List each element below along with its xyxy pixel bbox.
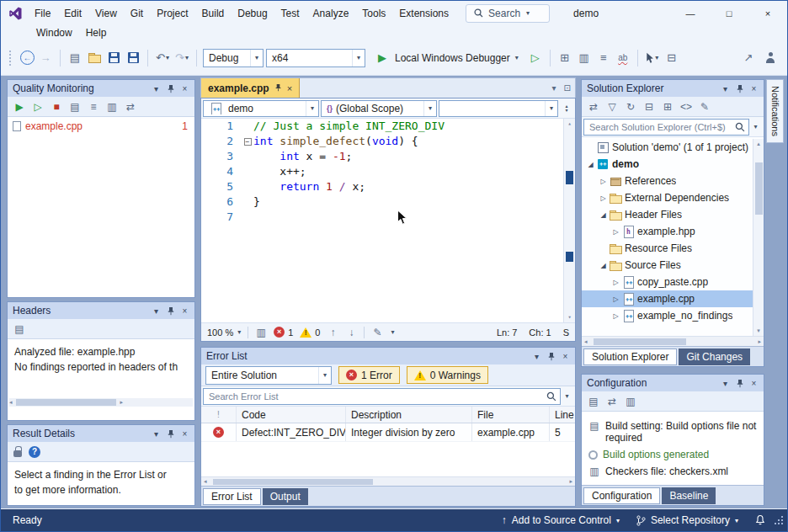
analyze-all-icon[interactable]: ▷: [32, 101, 44, 113]
active-files-dropdown-icon[interactable]: ▾: [552, 83, 556, 93]
close-icon[interactable]: ×: [747, 82, 761, 95]
refresh-icon[interactable]: ↻: [625, 101, 636, 113]
window-position-icon[interactable]: ▾: [149, 82, 163, 95]
tab-close-icon[interactable]: ×: [287, 83, 292, 93]
scrollbar-thumb[interactable]: [16, 399, 117, 406]
menu-test[interactable]: Test: [274, 5, 306, 22]
warnings-filter-button[interactable]: 0 Warnings: [407, 366, 488, 384]
menu-extensions[interactable]: Extensions: [392, 5, 455, 22]
menu-tools[interactable]: Tools: [355, 5, 392, 22]
zoom-select[interactable]: 100 % ▾: [207, 327, 241, 338]
tree-closed-arrow-icon[interactable]: ▷: [598, 194, 609, 202]
member-dropdown[interactable]: ▾: [439, 100, 558, 117]
error-row[interactable]: ×Defect:INT_ZERO_DIVInteger division by …: [201, 423, 575, 442]
collapse-region-icon[interactable]: ⊟: [663, 49, 680, 67]
solution-explorer-search-input[interactable]: [584, 122, 748, 132]
sync-results-icon[interactable]: ⇄: [125, 101, 136, 113]
code-text[interactable]: }: [253, 194, 260, 210]
line-column-header[interactable]: Line: [550, 407, 575, 423]
scroll-right-icon[interactable]: ▸: [569, 478, 572, 485]
export-configuration-icon[interactable]: ▥: [625, 396, 636, 407]
new-file-icon[interactable]: ▤: [67, 49, 83, 67]
sync-with-active-document-icon[interactable]: ⇄: [588, 101, 599, 113]
tab-output[interactable]: Output: [263, 488, 308, 505]
file-column-header[interactable]: File: [472, 407, 550, 423]
tab-baseline[interactable]: Baseline: [662, 487, 716, 504]
tab-git-changes[interactable]: Git Changes: [679, 348, 750, 365]
tree-item[interactable]: Solution 'demo' (1 of 1 project): [582, 139, 764, 156]
maximize-button[interactable]: □: [710, 1, 748, 25]
filter-icon[interactable]: ▽: [606, 101, 618, 113]
close-icon[interactable]: ×: [178, 427, 192, 440]
menu-edit[interactable]: Edit: [57, 5, 88, 22]
horizontal-scrollbar[interactable]: ◂ ▸: [582, 336, 764, 346]
previous-issue-icon[interactable]: ↑: [327, 327, 338, 338]
menu-git[interactable]: Git: [124, 5, 150, 22]
window-position-icon[interactable]: ▾: [718, 376, 732, 390]
import-configuration-icon[interactable]: ▤: [588, 396, 599, 407]
editor-options-icon[interactable]: ⊡: [564, 83, 571, 93]
tree-item[interactable]: ▷example.cpp: [582, 290, 764, 307]
window-position-icon[interactable]: ▾: [149, 427, 163, 440]
tree-item[interactable]: ▷example.hpp: [582, 223, 764, 240]
window-position-icon[interactable]: ▾: [149, 304, 163, 317]
tree-open-arrow-icon[interactable]: ◢: [585, 161, 596, 168]
code-text[interactable]: return 1 / x;: [253, 179, 365, 194]
add-to-source-control-button[interactable]: ↑ Add to Source Control ▾: [493, 509, 628, 531]
window-position-icon[interactable]: ▾: [530, 349, 544, 363]
analyzed-file-icon[interactable]: ▤: [13, 323, 25, 335]
menu-window[interactable]: Window: [29, 24, 79, 41]
tree-item[interactable]: ▷copy_paste.cpp: [582, 274, 764, 290]
close-icon[interactable]: ×: [558, 349, 572, 363]
editor-warning-count[interactable]: 0: [300, 327, 320, 338]
tree-closed-arrow-icon[interactable]: ▷: [610, 228, 621, 236]
tree-item[interactable]: ◢Source Files: [582, 257, 764, 274]
menu-debug[interactable]: Debug: [231, 5, 274, 22]
spell-check-icon[interactable]: ab: [615, 49, 631, 67]
project-dropdown[interactable]: demo ▾: [203, 100, 319, 117]
pin-icon[interactable]: [163, 304, 178, 317]
split-window-icon[interactable]: ▴▾: [560, 104, 573, 113]
collapse-all-icon[interactable]: ⊟: [643, 101, 655, 113]
tree-open-arrow-icon[interactable]: ◢: [598, 211, 609, 219]
save-all-button[interactable]: [125, 49, 141, 67]
horizontal-scrollbar[interactable]: ◂ ▸: [9, 398, 193, 407]
editor-error-count[interactable]: × 1: [274, 327, 293, 338]
profiler-icon[interactable]: ▥: [576, 49, 593, 67]
scroll-left-icon[interactable]: ◂: [584, 338, 588, 345]
tree-item[interactable]: ▷example_no_findings: [582, 307, 764, 324]
scroll-right-icon[interactable]: ▸: [120, 399, 123, 406]
undo-button[interactable]: ↶▾: [154, 49, 171, 67]
scrollbar-thumb[interactable]: [213, 479, 373, 485]
minimize-button[interactable]: —: [671, 1, 710, 25]
start-debugging-button[interactable]: ▶ Local Windows Debugger ▾: [368, 48, 524, 68]
lock-icon[interactable]: [13, 450, 22, 457]
tree-item[interactable]: ▷External Dependencies: [582, 189, 764, 206]
start-without-debugging-button[interactable]: ▷: [527, 49, 544, 67]
menu-help[interactable]: Help: [79, 24, 114, 41]
code-text[interactable]: int x = -1;: [253, 149, 352, 164]
tree-open-arrow-icon[interactable]: ◢: [598, 262, 609, 269]
close-icon[interactable]: ×: [747, 376, 761, 390]
search-options-icon[interactable]: ▾: [749, 119, 762, 136]
code-view-icon[interactable]: <>: [680, 101, 692, 113]
severity-column-header[interactable]: !: [201, 407, 237, 423]
tree-item[interactable]: ◢Header Files: [582, 206, 764, 223]
scroll-down-icon[interactable]: ▾: [753, 327, 764, 334]
help-icon[interactable]: ?: [29, 446, 40, 458]
code-column-header[interactable]: Code: [237, 407, 346, 423]
error-list-search-input[interactable]: [204, 391, 560, 402]
attach-to-process-icon[interactable]: ⊞: [556, 49, 573, 67]
vertical-scrollbar[interactable]: ▴ ▾: [753, 139, 764, 336]
feedback-account-icon[interactable]: [762, 49, 779, 67]
open-folder-icon[interactable]: [86, 49, 103, 67]
notifications-bell-button[interactable]: [747, 509, 774, 531]
results-list-icon[interactable]: ≡: [88, 101, 99, 113]
redo-button[interactable]: ↷▾: [173, 49, 190, 67]
window-position-icon[interactable]: ▾: [718, 82, 732, 95]
errors-filter-button[interactable]: × 1 Error: [338, 366, 400, 384]
menu-build[interactable]: Build: [195, 5, 232, 22]
tree-closed-arrow-icon[interactable]: ▷: [598, 178, 609, 185]
menu-analyze[interactable]: Analyze: [306, 5, 356, 22]
call-hierarchy-icon[interactable]: ≡: [595, 49, 612, 67]
